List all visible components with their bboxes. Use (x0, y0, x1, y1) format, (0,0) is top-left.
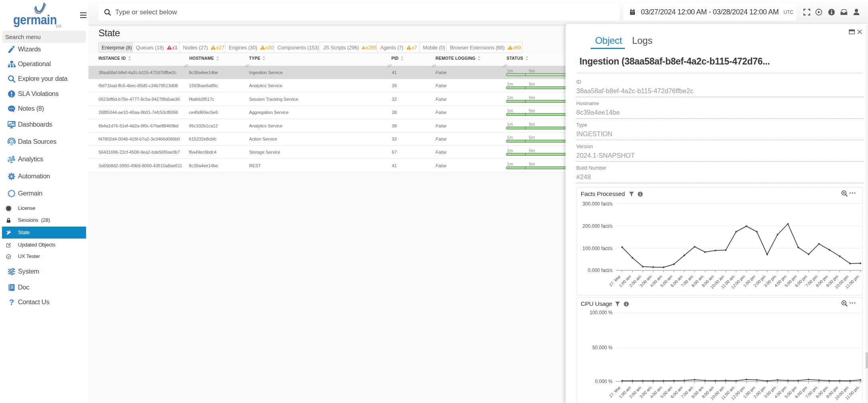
svg-text:0.000 fact/s: 0.000 fact/s (588, 268, 613, 273)
svg-text:200.000 fact/s: 200.000 fact/s (583, 223, 613, 229)
svg-text:300.000 fact/s: 300.000 fact/s (583, 201, 613, 207)
svg-text:0.000 %: 0.000 % (595, 379, 613, 384)
svg-text:50.000 %: 50.000 % (592, 345, 613, 350)
svg-text:100.000 fact/s: 100.000 fact/s (583, 246, 613, 251)
svg-text:?: ? (9, 298, 14, 306)
svg-text:100.000 %: 100.000 % (590, 310, 613, 315)
